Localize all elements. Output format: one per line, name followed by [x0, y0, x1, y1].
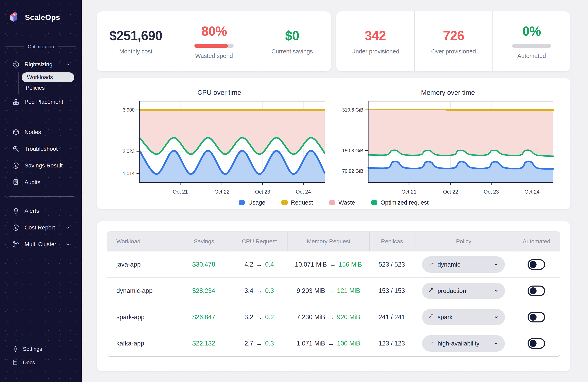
sidebar-item-rightsizing[interactable]: Rightsizing: [12, 58, 70, 71]
automated-cell: [513, 338, 560, 349]
svg-text:310.6 GiB: 310.6 GiB: [342, 107, 363, 113]
rightsizing-icon: [12, 61, 20, 68]
replicas-value: 123 / 123: [378, 340, 405, 347]
table-row: dynamic-app$28,2343.4→0.39,203 MiB→121 M…: [107, 277, 560, 304]
cpu-current-value: 3.4: [244, 287, 253, 294]
sidebar-item-alerts[interactable]: Alerts: [12, 203, 70, 219]
divider: [9, 196, 74, 197]
policy-dropdown[interactable]: production: [422, 283, 505, 299]
bell-icon: [12, 207, 20, 214]
stat-value: 0%: [523, 24, 541, 39]
policy-dropdown[interactable]: dynamic: [422, 256, 505, 273]
cpu-chart-title: CPU over time: [111, 89, 328, 96]
sidebar-item-settings[interactable]: Settings: [12, 344, 70, 354]
magic-wand-icon: [428, 261, 434, 268]
toggle-knob: [530, 314, 537, 321]
stat-value: $251,690: [109, 28, 162, 43]
column-header-savings: Savings: [177, 232, 231, 251]
legend-swatch-optimized-request: [371, 200, 377, 205]
svg-text:Oct 21: Oct 21: [401, 189, 417, 194]
memory-request-cell: 7,230 MiB→920 MiB: [288, 313, 369, 321]
stat-label: Under provisioned: [351, 48, 399, 55]
cpu-recommended-value: 0.3: [265, 340, 274, 347]
automated-cell: [513, 312, 560, 323]
sidebar-item-cost-report[interactable]: $ Cost Report: [12, 219, 70, 236]
svg-text:Oct 24: Oct 24: [525, 189, 540, 194]
stat-value: 726: [443, 28, 464, 43]
sidebar-item-docs[interactable]: Docs: [12, 357, 70, 368]
policy-cell: high-availability: [414, 335, 513, 352]
automation-toggle[interactable]: [527, 312, 545, 323]
memory-recommended-value: 121 MiB: [337, 287, 360, 294]
sidebar-item-troubleshoot[interactable]: Troubleshoot: [12, 140, 70, 157]
divider: [58, 46, 76, 47]
svg-text:Oct 23: Oct 23: [255, 189, 270, 194]
memory-current-value: 9,203 MiB: [297, 287, 325, 294]
table-row: java-app$30,4784.2→0.410,071 MiB→156 MiB…: [107, 251, 560, 277]
sidebar-item-savings-result[interactable]: $ Savings Result: [12, 157, 70, 174]
stat-automated: 0% Automated: [492, 11, 570, 71]
column-header-automated: Automated: [513, 232, 560, 251]
chevron-down-icon: [493, 314, 499, 320]
svg-text:$: $: [15, 226, 17, 229]
memory-request-cell: 1,071 MiB→100 MiB: [288, 340, 369, 347]
stat-value: $0: [285, 28, 299, 43]
troubleshoot-icon: [12, 145, 20, 153]
chevron-down-icon: [65, 242, 70, 247]
docs-icon: [12, 359, 19, 366]
legend-item-usage[interactable]: Usage: [239, 199, 265, 206]
legend-swatch-request: [281, 200, 288, 205]
automation-toggle[interactable]: [527, 259, 545, 270]
progress-bar-fill: [194, 44, 228, 48]
cpu-request-cell: 4.2→0.4: [231, 261, 288, 268]
svg-text:Oct 24: Oct 24: [296, 189, 311, 194]
cpu-request-cell: 2.7→0.3: [231, 340, 288, 347]
memory-recommended-value: 920 MiB: [337, 313, 360, 321]
memory-request-cell: 10,071 MiB→156 MiB: [288, 261, 369, 268]
sidebar-item-nodes[interactable]: Nodes: [12, 124, 70, 140]
cpu-current-value: 4.2: [244, 261, 253, 268]
memory-current-value: 10,071 MiB: [295, 261, 327, 268]
svg-text:3,900: 3,900: [123, 107, 135, 113]
policy-dropdown[interactable]: high-availability: [422, 335, 505, 352]
chevron-up-icon: [65, 62, 70, 67]
arrow-right-icon: →: [328, 314, 334, 321]
stat-current-savings: $0 Current savings: [253, 11, 331, 71]
cpu-recommended-value: 0.2: [265, 313, 274, 321]
legend-item-optimized-request[interactable]: Optimized request: [371, 199, 429, 206]
sidebar-item-policies[interactable]: Policies: [22, 82, 70, 94]
sidebar-item-multi-cluster[interactable]: Multi Cluster: [12, 236, 70, 253]
magic-wand-icon: [428, 313, 434, 321]
memory-recommended-value: 156 MiB: [339, 261, 362, 268]
sidebar-item-workloads[interactable]: Workloads: [22, 72, 74, 82]
automated-cell: [513, 259, 560, 270]
legend-swatch-usage: [239, 200, 245, 205]
workload-name: java-app: [116, 261, 141, 268]
automation-toggle[interactable]: [527, 338, 545, 349]
sidebar-item-audits[interactable]: Audits: [12, 174, 70, 191]
stats-row: $251,690 Monthly cost 80% Wasted spend $…: [97, 11, 570, 71]
progress-bar: [512, 44, 551, 48]
automated-cell: [513, 286, 560, 296]
chevron-down-icon: [493, 262, 499, 267]
workload-name: dynamic-app: [116, 287, 152, 294]
memory-chart-block: Memory over time 310.6 GiB150.8 GiB70.92…: [340, 86, 556, 196]
legend-item-request[interactable]: Request: [281, 199, 313, 206]
automation-toggle[interactable]: [527, 286, 545, 296]
memory-request-cell: 9,203 MiB→121 MiB: [288, 287, 369, 294]
svg-text:Oct 22: Oct 22: [443, 189, 458, 194]
divider: [5, 46, 24, 47]
provisioning-stats-card: 342 Under provisioned 726 Over provision…: [336, 11, 570, 71]
stat-over-provisioned: 726 Over provisioned: [414, 11, 492, 71]
spacer: [12, 109, 70, 124]
stat-monthly-cost: $251,690 Monthly cost: [97, 11, 175, 71]
sidebar-item-pod-placement[interactable]: Pod Placement: [12, 95, 70, 109]
workload-name-cell: java-app: [107, 261, 177, 268]
stat-value: 342: [365, 28, 386, 43]
sidebar-section-optimization: Optimization: [0, 44, 82, 50]
svg-text:Oct 22: Oct 22: [214, 189, 230, 194]
legend-item-waste[interactable]: Waste: [329, 199, 355, 206]
policy-dropdown[interactable]: spark: [422, 309, 505, 325]
sidebar-bottom: Settings Docs: [0, 344, 82, 368]
svg-text:Oct 23: Oct 23: [484, 189, 499, 194]
